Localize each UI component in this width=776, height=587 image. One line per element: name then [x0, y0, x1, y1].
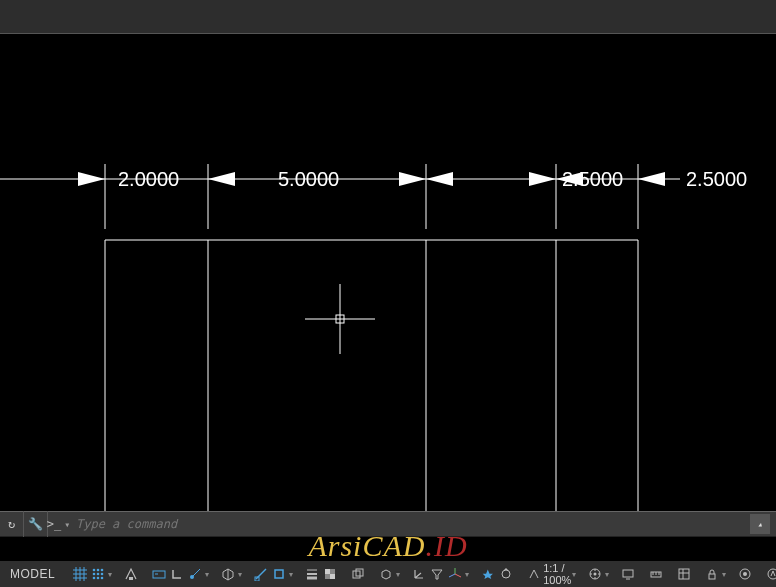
svg-marker-8 [529, 172, 556, 186]
chevron-down-icon[interactable]: ▾ [465, 570, 469, 579]
svg-point-64 [594, 573, 597, 576]
recent-commands-icon[interactable]: ↻ [0, 511, 24, 537]
svg-line-46 [192, 569, 200, 577]
drawing-canvas[interactable]: 2.0000 5.0000 2.5000 2.5000 [0, 34, 776, 537]
transparency-icon[interactable] [321, 563, 339, 585]
status-bar: MODEL ▾ ▾ ▾ ▾ ▾ [0, 561, 776, 587]
object-snap-icon[interactable] [270, 563, 288, 585]
svg-rect-78 [709, 574, 715, 579]
annotation-scale-value[interactable]: 1:1 / 100% [543, 562, 571, 586]
svg-marker-5 [399, 172, 426, 186]
grid-display-icon[interactable] [71, 563, 89, 585]
svg-point-80 [743, 572, 747, 576]
dim-label-3: 2.5000 [562, 168, 623, 190]
svg-rect-69 [623, 570, 633, 577]
svg-point-34 [97, 569, 100, 572]
workspace-switching-icon[interactable] [586, 563, 604, 585]
customize-cmd-icon[interactable]: 🔧 [24, 511, 48, 537]
svg-line-60 [455, 574, 461, 577]
selection-cycling-icon[interactable] [349, 563, 367, 585]
annotation-visibility-icon[interactable] [479, 563, 497, 585]
command-prompt-icon[interactable]: >_ ▾ [48, 511, 72, 537]
svg-point-33 [93, 569, 96, 572]
gizmo-icon[interactable] [446, 563, 464, 585]
dimension-group: 2.0000 5.0000 2.5000 2.5000 [0, 164, 747, 229]
chevron-down-icon[interactable]: ▾ [108, 570, 112, 579]
annotation-scale-icon[interactable] [525, 563, 543, 585]
svg-point-40 [97, 577, 100, 580]
svg-rect-55 [325, 569, 330, 574]
dim-label-1: 2.0000 [118, 168, 179, 190]
svg-line-61 [449, 574, 455, 577]
chevron-down-icon[interactable]: ▾ [722, 570, 726, 579]
lineweight-icon[interactable] [303, 563, 321, 585]
object-snap-tracking-icon[interactable] [252, 563, 270, 585]
chevron-down-icon[interactable]: ▾ [205, 570, 209, 579]
quick-properties-icon[interactable] [675, 563, 693, 585]
model-space-label[interactable]: MODEL [4, 567, 61, 581]
3d-osnap-icon[interactable] [377, 563, 395, 585]
chevron-down-icon[interactable]: ▾ [605, 570, 609, 579]
annotation-monitor-icon[interactable] [619, 563, 637, 585]
selection-filtering-icon[interactable] [428, 563, 446, 585]
command-history-up[interactable]: ▴ [750, 514, 770, 534]
svg-rect-43 [153, 571, 165, 578]
autoscale-icon[interactable] [497, 563, 515, 585]
chevron-down-icon[interactable]: ▾ [238, 570, 242, 579]
polar-tracking-icon[interactable] [186, 563, 204, 585]
chevron-down-icon[interactable]: ▾ [572, 570, 576, 579]
svg-rect-75 [679, 569, 689, 579]
chevron-down-icon[interactable]: ▾ [289, 570, 293, 579]
ortho-mode-icon[interactable] [168, 563, 186, 585]
lock-ui-icon[interactable] [703, 563, 721, 585]
title-bar [0, 0, 776, 34]
svg-point-39 [93, 577, 96, 580]
watermark-left: ArsiCAD [308, 529, 425, 562]
svg-point-41 [101, 577, 104, 580]
watermark-right: .ID [425, 529, 467, 562]
dynamic-input-icon[interactable] [150, 563, 168, 585]
dim-label-4: 2.5000 [686, 168, 747, 190]
snap-mode-icon[interactable] [89, 563, 107, 585]
infer-constraints-icon[interactable] [122, 563, 140, 585]
dynamic-ucs-icon[interactable] [410, 563, 428, 585]
units-icon[interactable] [647, 563, 665, 585]
isometric-drafting-icon[interactable] [219, 563, 237, 585]
svg-rect-42 [129, 577, 133, 580]
chevron-down-icon[interactable]: ▾ [396, 570, 400, 579]
svg-point-37 [97, 573, 100, 576]
svg-rect-50 [275, 570, 283, 578]
watermark: ArsiCAD.ID [308, 529, 467, 563]
svg-point-62 [502, 570, 510, 578]
svg-point-36 [93, 573, 96, 576]
crosshair-cursor [305, 284, 375, 354]
svg-marker-1 [78, 172, 105, 186]
isolate-objects-icon[interactable] [736, 563, 754, 585]
hardware-acceleration-icon[interactable] [764, 563, 776, 585]
svg-point-35 [101, 569, 104, 572]
svg-rect-56 [330, 574, 335, 579]
drawing-geometry [105, 240, 638, 534]
svg-point-38 [101, 573, 104, 576]
dim-label-2: 5.0000 [278, 168, 339, 190]
